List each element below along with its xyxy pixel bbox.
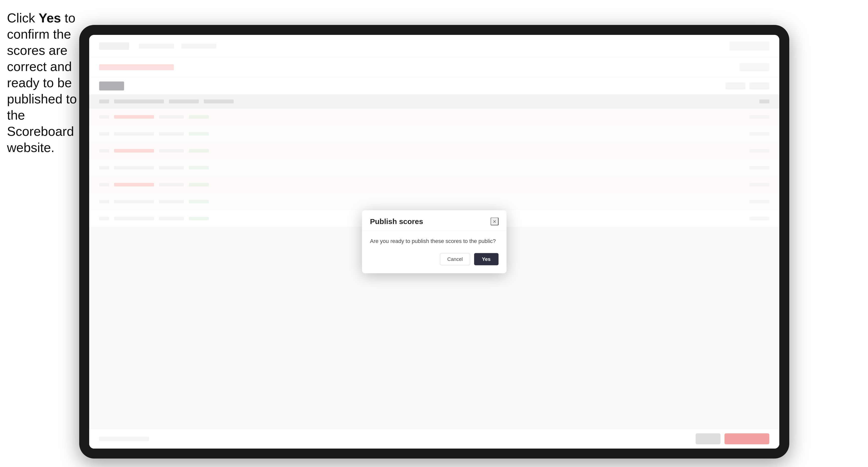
tablet-device: Publish scores × Are you ready to publis… <box>79 25 789 459</box>
publish-scores-modal: Publish scores × Are you ready to publis… <box>362 210 506 273</box>
modal-message: Are you ready to publish these scores to… <box>370 237 498 245</box>
tablet-screen: Publish scores × Are you ready to publis… <box>89 35 779 448</box>
modal-close-button[interactable]: × <box>491 218 498 225</box>
yes-button[interactable]: Yes <box>474 253 498 266</box>
instruction-bold: Yes <box>39 11 61 25</box>
modal-header: Publish scores × <box>362 210 506 231</box>
instruction-prefix: Click <box>7 11 39 25</box>
cancel-button[interactable]: Cancel <box>440 253 470 266</box>
modal-actions: Cancel Yes <box>370 253 498 266</box>
instruction-text: Click Yes to confirm the scores are corr… <box>7 10 79 156</box>
modal-body: Are you ready to publish these scores to… <box>362 231 506 273</box>
modal-title: Publish scores <box>370 217 423 226</box>
instruction-suffix: to confirm the scores are correct and re… <box>7 11 77 155</box>
